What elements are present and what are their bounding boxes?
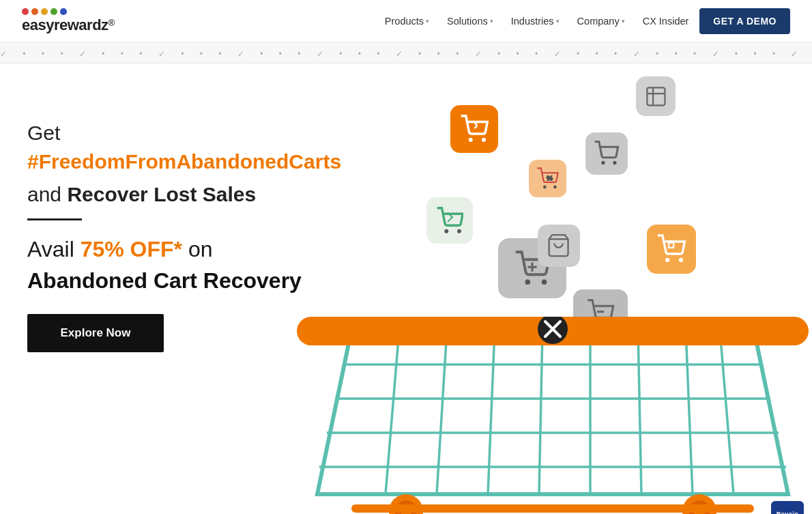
percent-icon: % [536,167,559,190]
svg-point-10 [526,281,529,283]
box-icon [644,85,668,109]
basket-icon [546,233,571,258]
svg-point-8 [445,230,447,232]
svg-point-9 [458,230,460,232]
get-demo-button[interactable]: GET A DEMO [699,8,790,34]
sub-orange: 75% OFF* [81,237,182,261]
cart-light-icon [436,207,464,235]
svg-point-1 [482,139,485,141]
sub-plain: Avail [27,237,81,261]
gift-cart-icon [656,234,686,263]
svg-line-22 [437,330,447,494]
headline-plain-2: and [27,183,67,205]
svg-point-15 [667,259,669,261]
dot-green [50,8,57,15]
chevron-company-icon: ▾ [622,18,625,25]
headline-plain-1: Get [27,122,60,144]
large-cart-svg [297,317,809,514]
marquee-text: ✓ • • • ✓ • • • ✓ • • • ✓ • • • ✓ • • • … [0,49,812,59]
svg-line-28 [720,330,734,494]
svg-rect-42 [351,504,754,513]
nav-company[interactable]: Company ▾ [570,10,632,32]
svg-rect-17 [669,243,673,248]
svg-line-21 [386,330,399,494]
floating-icon-gray-cart [585,132,628,175]
navbar: easyrewardz® Products ▾ Solutions ▾ Indu… [0,0,812,42]
dot-blue [60,8,67,15]
svg-point-3 [603,162,605,164]
svg-point-5 [544,186,546,188]
hero-headline-1: Get #FreedomFromAbandonedCarts [27,119,355,176]
svg-line-23 [488,330,495,494]
svg-point-16 [680,259,683,261]
chevron-products-icon: ▾ [426,18,429,25]
svg-point-0 [469,139,472,141]
sub-end: on [182,237,212,261]
chevron-solutions-icon: ▾ [490,18,493,25]
svg-line-27 [686,330,693,494]
shopping-cart-icon [594,141,619,166]
floating-icon-gift-cart [647,225,696,274]
svg-point-4 [614,162,616,164]
svg-line-24 [539,330,542,494]
hero-cart-illustration [297,317,809,514]
nav-products[interactable]: Products ▾ [378,10,436,32]
hero-illustration: % [293,64,812,514]
hero-section: Get #FreedomFromAbandonedCarts and Recov… [0,64,812,514]
headline-hashtag: #FreedomFromAbandonedCarts [27,150,341,173]
dot-red [22,8,29,15]
nav-industries[interactable]: Industries ▾ [504,10,566,32]
svg-line-26 [638,330,641,494]
floating-icon-basket [538,225,580,267]
dot-orange [31,8,38,15]
explore-now-button[interactable]: Explore Now [27,314,164,352]
cart-question-icon [460,115,489,143]
svg-rect-2 [647,87,665,105]
headline-bold: Recover Lost Sales [67,183,256,205]
hero-sub-1: Avail 75% OFF* on [27,235,355,264]
hero-headline-2: and Recover Lost Sales [27,180,355,209]
svg-point-11 [542,281,545,283]
chevron-industries-icon: ▾ [556,18,560,25]
nav-solutions[interactable]: Solutions ▾ [440,10,500,32]
hero-sub-2: Abandoned Cart Recovery [27,268,355,294]
dot-yellow [41,8,48,15]
revain-badge: Revain [771,501,804,514]
hero-divider [27,218,82,220]
floating-icon-light-cart [426,197,473,244]
logo-dots [22,8,115,15]
logo[interactable]: easyrewardz® [22,8,115,34]
logo-text: easyrewardz [22,16,108,33]
hero-content: Get #FreedomFromAbandonedCarts and Recov… [27,119,355,352]
floating-icon-gray-box [636,76,676,116]
logo-sup: ® [108,17,115,27]
nav-links: Products ▾ Solutions ▾ Industries ▾ Comp… [378,8,790,34]
floating-icon-orange-cart [450,105,498,153]
svg-point-6 [554,186,556,188]
nav-cx-insider[interactable]: CX Insider [636,10,696,32]
floating-icon-percent: % [529,160,566,197]
svg-text:%: % [547,174,553,182]
marquee-strip: ✓ • • • ✓ • • • ✓ • • • ✓ • • • ✓ • • • … [0,42,812,64]
